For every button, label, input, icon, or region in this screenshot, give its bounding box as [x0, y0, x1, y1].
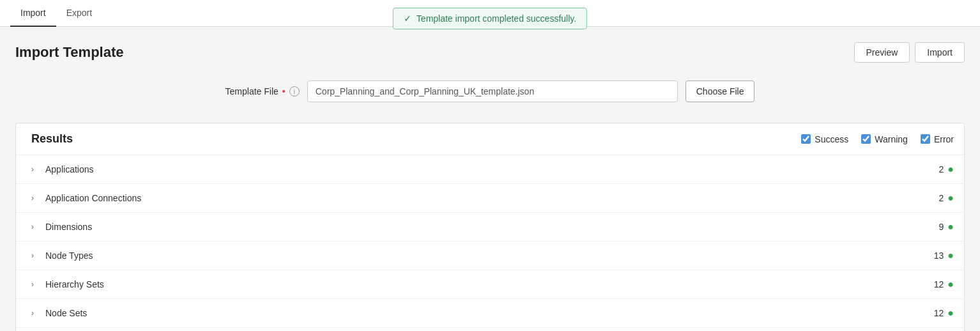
main-content: Import Template Preview Import Template …: [0, 27, 980, 331]
row-count: 2 ●: [939, 192, 954, 204]
check-icon: ✓: [404, 13, 411, 24]
result-row[interactable]: › Application Connections 2 ●: [16, 184, 964, 213]
banner-text: Template import completed successfully.: [417, 13, 576, 24]
chevron-right-icon: ›: [26, 278, 39, 291]
chevron-right-icon: ›: [26, 192, 39, 204]
filter-warning-checkbox[interactable]: [861, 134, 871, 144]
result-row[interactable]: › Bindings 10 ●: [16, 328, 964, 331]
filter-success-checkbox[interactable]: [801, 134, 811, 144]
chevron-right-icon: ›: [26, 220, 39, 233]
tab-export[interactable]: Export: [56, 0, 102, 27]
filter-warning[interactable]: Warning: [861, 134, 908, 144]
filter-checkboxes: Success Warning Error: [801, 134, 954, 144]
row-label: Node Sets: [45, 308, 934, 318]
status-success-icon: ●: [947, 221, 954, 233]
filter-success-label: Success: [815, 134, 848, 144]
row-label: Dimensions: [45, 222, 939, 232]
status-success-icon: ●: [947, 279, 954, 290]
status-success-icon: ●: [947, 307, 954, 319]
row-count: 9 ●: [939, 221, 954, 233]
tab-import[interactable]: Import: [10, 0, 56, 27]
row-label: Node Types: [45, 250, 934, 261]
result-row[interactable]: › Dimensions 9 ●: [16, 213, 964, 242]
results-header: Results Success Warning Error: [16, 123, 964, 155]
status-success-icon: ●: [947, 164, 954, 175]
result-row[interactable]: › Applications 2 ●: [16, 155, 964, 184]
filter-error-label: Error: [934, 134, 954, 144]
row-count: 13 ●: [934, 250, 954, 261]
template-file-row: Template File • i Corp_Planning_and_Corp…: [15, 81, 965, 102]
result-row[interactable]: › Node Sets 12 ●: [16, 299, 964, 328]
status-success-icon: ●: [947, 250, 954, 261]
filter-warning-label: Warning: [875, 134, 908, 144]
row-count: 12 ●: [934, 307, 954, 319]
success-banner: ✓ Template import completed successfully…: [393, 8, 587, 29]
results-section: Results Success Warning Error › Applicat…: [15, 123, 965, 331]
row-label: Application Connections: [45, 193, 939, 203]
page-header: Import Template Preview Import: [15, 42, 965, 63]
chevron-right-icon: ›: [26, 307, 39, 319]
preview-button[interactable]: Preview: [854, 42, 910, 63]
row-label: Applications: [45, 164, 939, 174]
result-row[interactable]: › Hierarchy Sets 12 ●: [16, 270, 964, 299]
row-label: Hierarchy Sets: [45, 279, 934, 289]
file-input-display: Corp_Planning_and_Corp_Planning_UK_templ…: [307, 81, 678, 102]
template-file-label-text: Template File: [226, 86, 279, 96]
filter-error[interactable]: Error: [921, 134, 954, 144]
results-title: Results: [31, 132, 73, 146]
info-icon[interactable]: i: [289, 86, 300, 96]
result-rows-container: › Applications 2 ● › Application Connect…: [16, 155, 964, 331]
filter-success[interactable]: Success: [801, 134, 848, 144]
header-buttons: Preview Import: [854, 42, 965, 63]
chevron-right-icon: ›: [26, 249, 39, 262]
status-success-icon: ●: [947, 192, 954, 204]
page-title: Import Template: [15, 44, 124, 61]
template-file-label: Template File • i: [226, 86, 300, 96]
row-count: 2 ●: [939, 164, 954, 175]
choose-file-button[interactable]: Choose File: [685, 81, 755, 102]
chevron-right-icon: ›: [26, 163, 39, 176]
result-row[interactable]: › Node Types 13 ●: [16, 242, 964, 270]
row-count: 12 ●: [934, 279, 954, 290]
import-button[interactable]: Import: [915, 42, 965, 63]
filter-error-checkbox[interactable]: [921, 134, 930, 144]
required-indicator: •: [282, 86, 286, 96]
